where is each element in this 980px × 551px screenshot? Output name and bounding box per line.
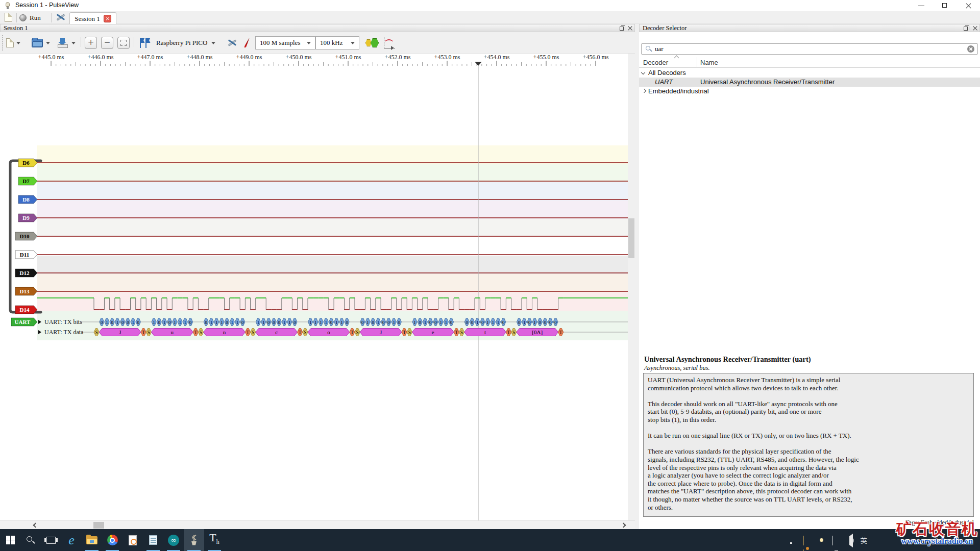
uart-bit-annotation-label: 1 [492,320,495,325]
hscroll-thumb[interactable] [93,522,104,529]
scroll-right-icon[interactable] [621,523,626,528]
clear-search-icon[interactable] [967,45,974,53]
taskbar-chrome[interactable] [102,529,122,551]
scroll-left-icon[interactable] [33,523,38,528]
new-session-button[interactable] [5,13,12,22]
add-math-signal-button[interactable] [384,35,395,51]
uart-bit-annotation-label: 0 [471,320,474,325]
chevron-down-icon[interactable] [641,70,645,74]
session-panel-header[interactable]: Session 1 [0,24,635,32]
sample-rate-combo[interactable]: 100 kHz [315,36,359,49]
save-file-button[interactable] [57,35,76,51]
taskbar-arduino[interactable]: ∞ [163,529,184,551]
new-file-button[interactable] [6,35,20,51]
close-button[interactable] [957,0,980,11]
toolbar-grip[interactable] [2,35,3,51]
tab-session-1[interactable]: Session 1 [69,12,116,24]
uart-bit-annotation-label: 1 [174,320,176,325]
device-settings-button[interactable] [227,35,238,51]
taskbar-file-explorer[interactable] [82,529,102,551]
zoom-fit-button[interactable] [117,35,130,51]
tree-group-label: Embedded/industrial [648,87,709,95]
column-decoder[interactable]: Decoder [643,59,668,66]
tray-network-icon[interactable] [832,536,840,544]
uart-bit-annotation-label: 1 [439,320,442,325]
trace-horizontal-scrollbar[interactable] [0,520,635,529]
tray-reader-icon[interactable] [803,536,812,544]
save-file-dropdown[interactable] [71,42,76,44]
sample-count-combo[interactable]: 100 M samples [255,36,315,49]
uart-bit-annotation-label: 0 [539,320,542,325]
open-file-dropdown[interactable] [46,42,50,44]
channel-band-d10 [37,219,628,237]
zoom-fit-icon [117,37,130,49]
trace-vertical-scrollbar[interactable] [628,54,635,520]
uart-bit-annotation-label: 0 [273,320,275,325]
uart-bit-annotation-label: 1 [309,320,312,325]
decoder-float-icon[interactable] [963,26,969,32]
tree-group-embedded-industrial[interactable]: Embedded/industrial [639,87,980,96]
taskbar-start[interactable] [0,529,20,551]
run-icon [19,14,27,21]
uart-bit-annotation-label: 1 [220,320,223,325]
trace-view[interactable]: +445.0 ms+446.0 ms+447.0 ms+448.0 ms+449… [0,54,628,520]
uart-data-annotation-label: J [119,329,121,335]
uart-bit-annotation-label: 0 [544,320,547,325]
flags-icon [138,37,150,48]
decoder-table-header[interactable]: Decoder Name [639,57,980,68]
restore-button[interactable] [933,0,957,11]
uart-bit-annotation-label: 0 [267,320,270,325]
decoder-description-title: Universal Asynchronous Receiver/Transmit… [644,355,811,364]
taskbar-pulseview[interactable] [184,529,204,551]
uart-stop-annotation-label: T [455,330,458,335]
zoom-in-icon: + [85,37,97,49]
tray-microphone-icon[interactable] [789,536,797,544]
chevron-right-icon[interactable] [642,89,646,93]
uart-stop-annotation-label: T [351,330,354,335]
settings-button[interactable] [55,12,66,22]
taskbar-task-view[interactable] [41,529,61,551]
new-file-dropdown[interactable] [16,42,20,44]
tab-close-icon[interactable] [104,15,111,22]
decoder-search-box[interactable] [641,43,978,55]
column-name[interactable]: Name [700,59,718,66]
add-decoder-button[interactable] [365,35,379,51]
channel-flag-label: D14 [20,307,30,313]
decoder-panel-header[interactable]: Decoder Selector [639,24,980,32]
taskbar-foxit[interactable] [122,529,143,551]
uart-bit-annotation-label: 0 [434,320,437,325]
uart-bit-annotation-label: 1 [497,320,500,325]
uart-bit-annotation-label: 0 [382,320,385,325]
zoom-in-button[interactable]: + [85,35,97,51]
taskbar-search[interactable] [20,529,41,551]
zoom-out-button[interactable]: − [101,35,113,51]
decode-row-label: UART: TX data [44,329,84,336]
search-input[interactable] [655,44,961,54]
uart-stop-annotation-label: T [403,330,406,335]
decoder-id-label: UART [655,78,673,86]
markers-button[interactable] [138,35,150,51]
tree-decoder-uart[interactable]: UARTUniversal Asynchronous Receiver/Tran… [639,78,980,87]
probe-button[interactable] [242,35,252,51]
uart-data-annotation-label: c [275,329,278,335]
uart-data-annotation-label: o [327,329,330,335]
open-file-button[interactable] [32,35,50,51]
minimize-button[interactable] [910,0,933,11]
taskbar-ie[interactable]: e [61,529,82,551]
vscroll-thumb[interactable] [628,218,634,258]
tray-satellite-icon[interactable] [775,536,783,544]
pdf-reader-icon [129,535,137,545]
tray-language-indicator[interactable]: 英 [861,536,869,544]
tree-group-all-decoders[interactable]: All Decoders [639,68,980,78]
session-close-icon[interactable] [627,26,633,32]
taskbar-font-app[interactable]: Th [204,529,225,551]
panel-splitter[interactable] [635,24,639,529]
decoder-close-icon[interactable] [972,26,978,32]
taskbar-notepad[interactable] [143,529,163,551]
session-float-icon[interactable] [619,26,625,32]
ruler-tick-label: +451.0 ms [335,54,361,61]
device-selector[interactable]: Raspberry Pi PICO [153,36,225,49]
tray-volume-icon[interactable] [846,536,854,544]
run-button[interactable]: Run [19,12,49,23]
tray-color-icon[interactable] [818,536,826,544]
